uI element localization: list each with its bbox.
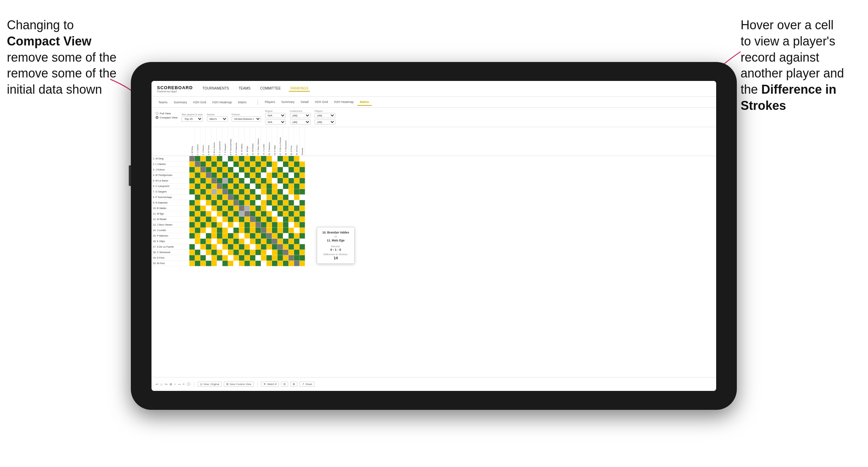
matrix-cell[interactable] <box>239 222 244 228</box>
matrix-cell[interactable] <box>233 178 239 184</box>
matrix-cell[interactable] <box>195 244 200 250</box>
matrix-cell[interactable] <box>222 244 228 250</box>
matrix-cell[interactable] <box>278 255 283 261</box>
matrix-cell[interactable] <box>250 195 255 200</box>
matrix-cell[interactable] <box>283 200 289 206</box>
matrix-cell[interactable] <box>206 222 211 228</box>
matrix-cell[interactable] <box>206 261 211 266</box>
matrix-cell[interactable] <box>239 156 244 162</box>
matrix-cell[interactable] <box>266 167 272 173</box>
matrix-cell[interactable] <box>300 156 305 162</box>
matrix-cell[interactable] <box>261 200 266 206</box>
matrix-cell[interactable] <box>294 250 300 255</box>
layout-button[interactable]: ⊟ <box>281 382 288 387</box>
matrix-cell[interactable] <box>283 206 289 211</box>
matrix-cell[interactable] <box>294 178 300 184</box>
matrix-cell[interactable] <box>228 255 233 261</box>
matrix-cell[interactable] <box>206 178 211 184</box>
matrix-cell[interactable] <box>233 162 239 167</box>
matrix-cell[interactable] <box>278 162 283 167</box>
matrix-cell[interactable] <box>294 156 300 162</box>
matrix-cell[interactable] <box>266 189 272 195</box>
matrix-cell[interactable] <box>266 228 272 233</box>
matrix-cell[interactable] <box>211 211 217 217</box>
matrix-cell[interactable] <box>289 184 294 189</box>
matrix-cell[interactable] <box>206 228 211 233</box>
matrix-cell[interactable] <box>300 222 305 228</box>
matrix-cell[interactable] <box>261 244 266 250</box>
matrix-cell[interactable] <box>289 217 294 222</box>
matrix-cell[interactable] <box>233 195 239 200</box>
matrix-cell[interactable] <box>255 228 261 233</box>
matrix-cell[interactable] <box>278 189 283 195</box>
radio-compact-view[interactable]: Compact View <box>156 116 177 119</box>
matrix-cell[interactable] <box>289 206 294 211</box>
matrix-cell[interactable] <box>233 189 239 195</box>
matrix-cell[interactable] <box>244 217 250 222</box>
matrix-cell[interactable] <box>278 206 283 211</box>
matrix-cell[interactable] <box>244 178 250 184</box>
matrix-cell[interactable] <box>255 222 261 228</box>
matrix-cell[interactable] <box>195 184 200 189</box>
matrix-cell[interactable] <box>195 233 200 239</box>
matrix-cell[interactable] <box>189 261 195 266</box>
matrix-cell[interactable] <box>266 261 272 266</box>
matrix-cell[interactable] <box>222 189 228 195</box>
matrix-cell[interactable] <box>289 173 294 178</box>
matrix-cell[interactable] <box>278 222 283 228</box>
matrix-cell[interactable] <box>244 184 250 189</box>
matrix-cell[interactable] <box>200 250 206 255</box>
matrix-cell[interactable] <box>211 178 217 184</box>
matrix-cell[interactable] <box>195 156 200 162</box>
matrix-cell[interactable] <box>255 167 261 173</box>
matrix-cell[interactable] <box>278 228 283 233</box>
matrix-cell[interactable] <box>189 239 195 244</box>
matrix-cell[interactable] <box>300 162 305 167</box>
matrix-cell[interactable] <box>289 211 294 217</box>
matrix-cell[interactable] <box>233 255 239 261</box>
matrix-cell[interactable] <box>239 211 244 217</box>
matrix-cell[interactable] <box>278 250 283 255</box>
matrix-cell[interactable] <box>233 228 239 233</box>
matrix-cell[interactable] <box>250 184 255 189</box>
minus-icon[interactable]: − <box>174 382 176 386</box>
matrix-cell[interactable] <box>217 244 222 250</box>
matrix-cell[interactable] <box>261 189 266 195</box>
matrix-cell[interactable] <box>294 233 300 239</box>
matrix-cell[interactable] <box>233 261 239 266</box>
matrix-cell[interactable] <box>200 200 206 206</box>
matrix-cell[interactable] <box>211 250 217 255</box>
matrix-cell[interactable] <box>250 228 255 233</box>
matrix-cell[interactable] <box>300 211 305 217</box>
matrix-cell[interactable] <box>244 200 250 206</box>
matrix-cell[interactable] <box>278 167 283 173</box>
matrix-cell[interactable] <box>294 167 300 173</box>
matrix-cell[interactable] <box>283 261 289 266</box>
matrix-cell[interactable] <box>222 167 228 173</box>
matrix-cell[interactable] <box>266 233 272 239</box>
matrix-cell[interactable] <box>189 255 195 261</box>
matrix-cell[interactable] <box>233 156 239 162</box>
sub-tab-h2h-heatmap-2[interactable]: H2H Heatmap <box>331 99 356 106</box>
matrix-cell[interactable] <box>266 250 272 255</box>
matrix-cell[interactable] <box>278 211 283 217</box>
matrix-cell[interactable] <box>239 244 244 250</box>
matrix-cell[interactable] <box>272 189 278 195</box>
matrix-cell[interactable] <box>283 228 289 233</box>
matrix-cell[interactable] <box>189 233 195 239</box>
share-button[interactable]: ↗ Share <box>300 382 315 387</box>
matrix-cell[interactable] <box>217 217 222 222</box>
filter-region-select-1[interactable]: N/A <box>265 113 286 118</box>
matrix-cell[interactable] <box>239 261 244 266</box>
matrix-cell[interactable] <box>217 211 222 217</box>
matrix-cell[interactable] <box>255 233 261 239</box>
matrix-cell[interactable] <box>211 184 217 189</box>
matrix-cell[interactable] <box>195 189 200 195</box>
matrix-cell[interactable] <box>261 206 266 211</box>
matrix-cell[interactable] <box>300 184 305 189</box>
nav-item-rankings[interactable]: RANKINGS <box>289 86 310 92</box>
matrix-cell[interactable] <box>283 244 289 250</box>
matrix-cell[interactable] <box>189 156 195 162</box>
matrix-cell[interactable] <box>222 173 228 178</box>
matrix-cell[interactable] <box>217 228 222 233</box>
